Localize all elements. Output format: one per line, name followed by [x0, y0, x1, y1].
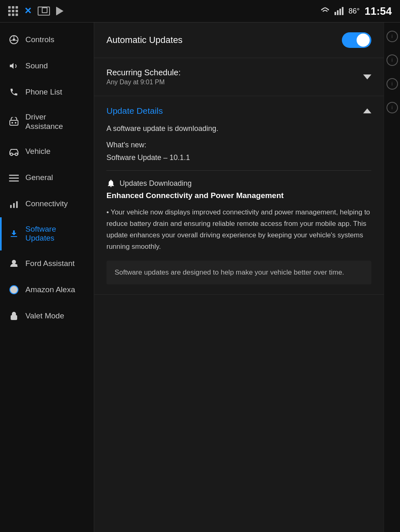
valet-icon — [8, 310, 20, 322]
sidebar-item-amazon-alexa[interactable]: Amazon Alexa — [0, 277, 94, 303]
vehicle-label: Vehicle — [25, 147, 50, 156]
sidebar-item-connectivity[interactable]: Connectivity — [0, 191, 94, 217]
indicator-1[interactable]: i — [386, 31, 398, 42]
sound-label: Sound — [25, 61, 48, 71]
svg-line-4 — [15, 40, 18, 41]
chevron-up-icon — [363, 108, 371, 113]
indicator-2[interactable]: i — [386, 54, 398, 66]
svg-rect-6 — [10, 120, 18, 125]
svg-rect-17 — [11, 236, 17, 237]
update-details-title: Update Details — [106, 106, 163, 116]
schedule-text: Recurring Schedule: Any Day at 9:01 PM — [106, 68, 181, 86]
ford-assistant-label: Ford Assistant — [25, 259, 75, 268]
connectivity-label: Connectivity — [25, 199, 68, 209]
svg-point-18 — [12, 260, 16, 264]
update-details-section: Update Details A software update is down… — [94, 96, 384, 295]
sidebar-item-ford-assistant[interactable]: Ford Assistant — [0, 250, 94, 277]
status-bar-right: 86° 11:54 — [321, 5, 392, 18]
status-bar: ✕ 86° 11:54 — [0, 0, 400, 23]
signal-icon — [334, 7, 344, 15]
svg-rect-12 — [9, 178, 19, 179]
play-icon[interactable] — [56, 7, 63, 16]
schedule-value: Any Day at 9:01 PM — [106, 79, 181, 86]
downloads-body-text: • Your vehicle now displays improved con… — [106, 207, 371, 252]
update-details-header[interactable]: Update Details — [106, 106, 371, 116]
window-icon[interactable] — [38, 7, 50, 16]
svg-point-9 — [10, 153, 13, 156]
recurring-schedule-section: Recurring Schedule: Any Day at 9:01 PM — [94, 58, 384, 96]
indicator-3[interactable]: i — [386, 78, 398, 90]
sidebar-item-general[interactable]: General — [0, 165, 94, 191]
svg-point-8 — [15, 122, 16, 124]
sidebar-item-valet-mode[interactable]: Valet Mode — [0, 303, 94, 329]
auto-updates-title: Automatic Updates — [106, 35, 183, 45]
downloads-status-text: Updates Downloading — [120, 179, 192, 188]
sidebar-item-controls[interactable]: Controls — [0, 27, 94, 53]
svg-marker-5 — [10, 63, 14, 69]
sidebar-item-software-updates[interactable]: Software Updates — [0, 217, 94, 251]
temperature-display: 86° — [348, 7, 359, 16]
sidebar: Controls Sound Phone List — [0, 23, 94, 532]
svg-rect-16 — [16, 201, 18, 208]
driver-assistance-icon — [8, 116, 20, 128]
time-display: 11:54 — [365, 5, 392, 18]
sidebar-item-sound[interactable]: Sound — [0, 53, 94, 79]
svg-point-10 — [15, 153, 18, 156]
controls-label: Controls — [25, 35, 54, 45]
schedule-row[interactable]: Recurring Schedule: Any Day at 9:01 PM — [106, 68, 371, 86]
footer-note: Software updates are designed to help ma… — [106, 261, 371, 284]
schedule-label: Recurring Schedule: — [106, 68, 181, 77]
connectivity-icon — [8, 198, 20, 210]
svg-rect-15 — [13, 203, 15, 208]
indicator-4[interactable]: i — [386, 102, 398, 113]
wifi-icon — [321, 7, 330, 15]
sidebar-item-phone-list[interactable]: Phone List — [0, 79, 94, 105]
general-label: General — [25, 173, 53, 183]
speaker-icon — [8, 60, 20, 72]
apps-icon[interactable] — [8, 6, 18, 16]
svg-rect-20 — [11, 316, 17, 320]
update-downloading-message: A software update is downloading. — [106, 123, 371, 134]
svg-point-19 — [10, 286, 18, 294]
right-indicators: i i i i — [384, 23, 400, 532]
phone-list-label: Phone List — [25, 88, 62, 97]
close-button[interactable]: ✕ — [24, 6, 32, 16]
auto-updates-row: Automatic Updates — [106, 32, 371, 48]
driver-assistance-label: Driver Assistance — [25, 113, 63, 131]
valet-mode-label: Valet Mode — [25, 311, 64, 321]
whats-new-label: What's new: — [106, 141, 371, 149]
alexa-icon — [8, 284, 20, 295]
automatic-updates-section: Automatic Updates — [94, 23, 384, 58]
sidebar-item-driver-assistance[interactable]: Driver Assistance — [0, 105, 94, 139]
steering-wheel-icon — [8, 34, 20, 45]
general-icon — [8, 172, 20, 184]
vehicle-icon — [8, 146, 20, 158]
chevron-down-icon — [363, 74, 371, 79]
auto-updates-toggle[interactable] — [342, 32, 371, 48]
sidebar-item-vehicle[interactable]: Vehicle — [0, 139, 94, 165]
svg-rect-13 — [9, 180, 19, 182]
software-updates-label: Software Updates — [25, 225, 56, 243]
status-bar-left: ✕ — [8, 6, 63, 16]
download-bell-icon — [106, 179, 115, 188]
svg-rect-11 — [9, 175, 19, 176]
update-version-label: Software Update – 10.1.1 — [106, 153, 371, 162]
software-updates-icon — [8, 228, 20, 239]
main-content: Controls Sound Phone List — [0, 23, 400, 532]
svg-rect-14 — [10, 205, 12, 207]
toggle-knob — [357, 34, 370, 47]
phone-icon — [8, 86, 20, 98]
content-panel: Automatic Updates Recurring Schedule: An… — [94, 23, 384, 532]
amazon-alexa-label: Amazon Alexa — [25, 285, 75, 295]
downloads-section: Updates Downloading Enhanced Connectivit… — [106, 170, 371, 284]
downloads-header: Updates Downloading — [106, 179, 371, 188]
svg-line-3 — [11, 40, 13, 41]
svg-point-1 — [13, 38, 15, 41]
svg-point-7 — [11, 122, 13, 124]
ford-assistant-icon — [8, 258, 20, 269]
downloads-subtitle: Enhanced Connectivity and Power Manageme… — [106, 191, 371, 200]
